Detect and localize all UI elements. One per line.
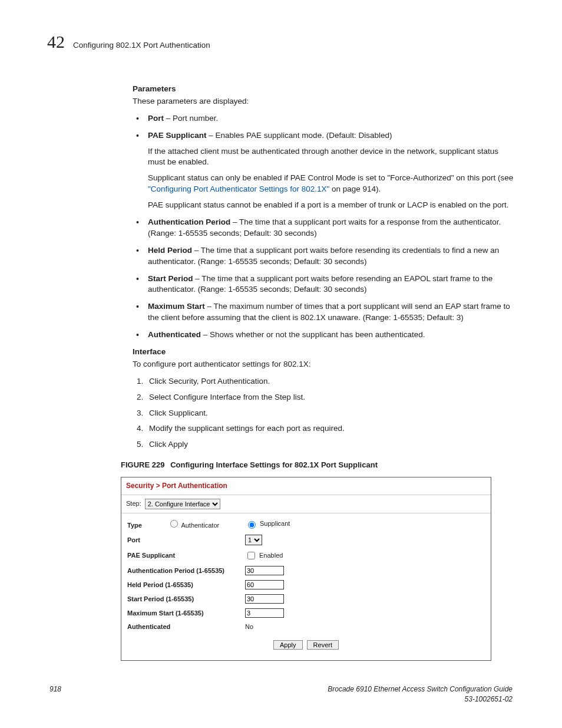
- doc-number: 53-1002651-02: [328, 694, 513, 704]
- port-label: Port: [127, 536, 245, 545]
- startp-input[interactable]: [245, 594, 284, 604]
- parameters-list: Port – Port number. PAE Supplicant – Ena…: [133, 113, 515, 341]
- pae-sub2b: on page 914).: [329, 185, 381, 193]
- radio-authenticator-label: Authenticator: [181, 522, 219, 529]
- chapter-title: Configuring 802.1X Port Authentication: [73, 40, 210, 51]
- list-item: Maximum Start – The maximum number of ti…: [133, 301, 515, 324]
- config-panel: Security > Port Authentication Step: 2. …: [121, 477, 491, 661]
- port-select[interactable]: 1: [245, 535, 262, 545]
- term-pae: PAE Supplicant: [148, 131, 207, 140]
- radio-authenticator[interactable]: [170, 520, 178, 528]
- pae-checkbox[interactable]: [247, 552, 255, 559]
- term-auth: Authenticated: [148, 330, 201, 339]
- desc-port: – Port number.: [164, 114, 218, 123]
- startp-label: Start Period (1-65535): [127, 595, 245, 604]
- list-item: PAE Supplicant – Enables PAE supplicant …: [133, 130, 515, 211]
- maxs-label: Maximum Start (1-65535): [127, 609, 245, 618]
- step-item: Click Apply: [146, 439, 515, 450]
- step-item: Click Supplicant.: [146, 408, 515, 419]
- desc-heldp: – The time that a supplicant port waits …: [148, 246, 499, 266]
- list-item: Authenticated – Shows whether or not the…: [133, 330, 515, 341]
- interface-steps: Click Security, Port Authentication. Sel…: [133, 376, 515, 450]
- revert-button[interactable]: Revert: [307, 640, 339, 650]
- step-label: Step:: [126, 499, 141, 508]
- heldp-label: Held Period (1-65535): [127, 581, 245, 589]
- term-heldp: Held Period: [148, 246, 192, 255]
- authp-label: Authentication Period (1-65535): [127, 566, 245, 575]
- authp-input[interactable]: [245, 566, 284, 575]
- heldp-input[interactable]: [245, 580, 284, 589]
- pae-sub2a: Supplicant status can only be enabled if…: [148, 173, 513, 182]
- radio-supplicant-label: Supplicant: [260, 519, 290, 528]
- parameters-intro: These parameters are displayed:: [133, 96, 515, 107]
- desc-pae: – Enables PAE supplicant mode. (Default:…: [207, 131, 392, 140]
- apply-button[interactable]: Apply: [273, 640, 303, 650]
- doc-title: Brocade 6910 Ethernet Access Switch Conf…: [328, 684, 513, 694]
- list-item: Held Period – The time that a supplicant…: [133, 245, 515, 268]
- desc-auth: – Shows whether or not the supplicant ha…: [201, 330, 425, 339]
- interface-heading: Interface: [133, 347, 515, 358]
- radio-supplicant[interactable]: [248, 521, 256, 529]
- list-item: Port – Port number.: [133, 113, 515, 124]
- term-maxs: Maximum Start: [148, 302, 205, 311]
- page-header: 42 Configuring 802.1X Port Authenticatio…: [47, 29, 515, 54]
- type-label: Type Authenticator: [127, 518, 245, 530]
- parameters-heading: Parameters: [133, 84, 515, 95]
- step-item: Select Configure Interface from the Step…: [146, 392, 515, 403]
- figure-label: FIGURE 229: [121, 460, 164, 469]
- step-select[interactable]: 2. Configure Interface: [145, 499, 220, 509]
- desc-startp: – The time that a supplicant port waits …: [148, 274, 492, 294]
- term-startp: Start Period: [148, 274, 193, 283]
- interface-intro: To configure port authenticator settings…: [133, 359, 515, 370]
- term-authp: Authentication Period: [148, 218, 230, 226]
- pae-sub3: PAE supplicant status cannot be enabled …: [148, 200, 515, 211]
- page-number: 918: [49, 684, 61, 694]
- figure-caption-line: FIGURE 229 Configuring Interface Setting…: [121, 460, 515, 471]
- step-item: Modify the supplicant settings for each …: [146, 423, 515, 434]
- auth-label: Authenticated: [127, 622, 245, 631]
- list-item: Authentication Period – The time that a …: [133, 217, 515, 239]
- page-footer: 918 Brocade 6910 Ethernet Access Switch …: [47, 684, 515, 704]
- step-item: Click Security, Port Authentication.: [146, 376, 515, 387]
- pae-sub2: Supplicant status can only be enabled if…: [148, 173, 515, 195]
- term-port: Port: [148, 114, 164, 123]
- link-config-port-auth[interactable]: "Configuring Port Authenticator Settings…: [148, 185, 329, 193]
- pae-sub1: If the attached client must be authentic…: [148, 146, 515, 169]
- panel-step-row: Step: 2. Configure Interface: [121, 495, 491, 513]
- panel-breadcrumb: Security > Port Authentication: [121, 477, 491, 495]
- list-item: Start Period – The time that a supplican…: [133, 274, 515, 296]
- maxs-input[interactable]: [245, 608, 284, 618]
- pae-label: PAE Supplicant: [127, 551, 245, 560]
- chapter-number: 42: [47, 29, 65, 54]
- figure-caption: Configuring Interface Settings for 802.1…: [170, 460, 378, 469]
- auth-value: No: [245, 622, 253, 631]
- pae-enabled-label: Enabled: [259, 551, 283, 560]
